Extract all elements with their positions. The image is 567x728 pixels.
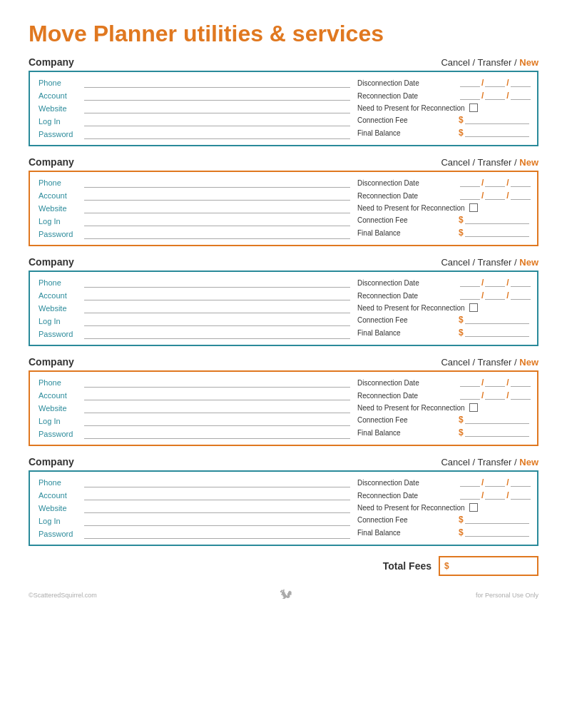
password-label-1: Password xyxy=(39,130,81,138)
disc-date-row-1: Disconnection Date / / xyxy=(357,78,528,88)
final-balance-input-1[interactable] xyxy=(465,128,529,137)
recon-year-5[interactable] xyxy=(511,491,531,500)
company-label-4: Company xyxy=(29,356,74,368)
disc-year-4[interactable] xyxy=(511,378,531,387)
disc-day-4[interactable] xyxy=(485,378,505,387)
recon-year-2[interactable] xyxy=(511,191,531,200)
page-title: Move Planner utilities & services xyxy=(29,21,538,46)
section-3-header: Company Cancel / Transfer / New xyxy=(29,256,538,268)
website-input-2[interactable] xyxy=(84,203,350,213)
need-present-row-1: Need to Present for Reconnection xyxy=(357,103,528,112)
final-balance-input-4[interactable] xyxy=(465,428,529,437)
login-input-3[interactable] xyxy=(84,316,350,326)
website-input-5[interactable] xyxy=(84,503,350,513)
connection-fee-input-1[interactable] xyxy=(465,116,529,124)
recon-month-5[interactable] xyxy=(460,491,480,500)
recon-month-4[interactable] xyxy=(460,391,480,400)
need-present-checkbox-5[interactable] xyxy=(469,503,478,512)
disc-month-5[interactable] xyxy=(460,478,480,487)
account-input-3[interactable] xyxy=(84,290,350,300)
recon-year-4[interactable] xyxy=(511,391,531,400)
new-label-1: New xyxy=(519,57,538,68)
need-present-checkbox-3[interactable] xyxy=(469,303,478,312)
left-col-4: Phone Account Website Log In Password xyxy=(39,378,350,439)
password-input-5[interactable] xyxy=(84,529,350,539)
disc-day-1[interactable] xyxy=(485,79,505,87)
phone-input-5[interactable] xyxy=(84,477,350,487)
need-present-checkbox-4[interactable] xyxy=(469,403,478,412)
final-balance-input-2[interactable] xyxy=(465,228,529,237)
phone-input-1[interactable] xyxy=(84,78,350,88)
total-fees-section: Total Fees $ xyxy=(29,556,538,576)
login-input-1[interactable] xyxy=(84,116,350,126)
cancel-transfer-new-5: Cancel / Transfer / New xyxy=(441,457,538,467)
disc-month-2[interactable] xyxy=(460,178,480,187)
password-input-2[interactable] xyxy=(84,229,350,239)
recon-month-1[interactable] xyxy=(460,91,480,100)
recon-month-3[interactable] xyxy=(460,291,480,300)
website-input-1[interactable] xyxy=(84,103,350,113)
need-present-checkbox-2[interactable] xyxy=(469,203,478,212)
disc-day-2[interactable] xyxy=(485,178,505,187)
recon-day-2[interactable] xyxy=(485,191,505,200)
account-input-4[interactable] xyxy=(84,390,350,400)
left-col-3: Phone Account Website Log In Password xyxy=(39,278,350,339)
recon-month-2[interactable] xyxy=(460,191,480,200)
company-label-2: Company xyxy=(29,156,74,168)
phone-input-3[interactable] xyxy=(84,278,350,288)
account-input-1[interactable] xyxy=(84,91,350,101)
footer: ©ScatteredSquirrel.com 🐿 for Personal Us… xyxy=(29,587,538,602)
total-fees-input[interactable] xyxy=(452,562,533,570)
connection-fee-label-1: Connection Fee xyxy=(357,116,457,124)
recon-day-5[interactable] xyxy=(485,491,505,500)
login-input-4[interactable] xyxy=(84,416,350,426)
disc-date-group-1: / / xyxy=(460,78,531,88)
phone-input-2[interactable] xyxy=(84,178,350,188)
login-input-2[interactable] xyxy=(84,216,350,226)
company-label-5: Company xyxy=(29,456,74,467)
disc-day-5[interactable] xyxy=(485,478,505,487)
website-input-4[interactable] xyxy=(84,403,350,413)
website-input-3[interactable] xyxy=(84,303,350,313)
login-input-5[interactable] xyxy=(84,516,350,526)
account-input-2[interactable] xyxy=(84,191,350,201)
recon-day-1[interactable] xyxy=(485,91,505,100)
disc-month-3[interactable] xyxy=(460,278,480,287)
disc-month-4[interactable] xyxy=(460,378,480,387)
form-box-5: Phone Account Website Log In Password Di… xyxy=(29,470,538,546)
need-present-checkbox-1[interactable] xyxy=(469,103,478,112)
section-5-header: Company Cancel / Transfer / New xyxy=(29,456,538,467)
final-balance-input-3[interactable] xyxy=(465,328,529,337)
recon-date-group-1: / / xyxy=(460,91,531,101)
connection-fee-input-2[interactable] xyxy=(465,216,529,224)
disc-month-1[interactable] xyxy=(460,79,480,87)
connection-fee-input-5[interactable] xyxy=(465,515,529,524)
phone-input-4[interactable] xyxy=(84,378,350,388)
disc-year-1[interactable] xyxy=(511,79,531,87)
password-row-1: Password xyxy=(39,129,350,139)
section-2-header: Company Cancel / Transfer / New xyxy=(29,156,538,168)
connection-fee-input-4[interactable] xyxy=(465,415,529,424)
recon-day-3[interactable] xyxy=(485,291,505,300)
connection-fee-input-3[interactable] xyxy=(465,315,529,324)
title-part1: Move Planner xyxy=(29,21,183,46)
disc-year-2[interactable] xyxy=(511,178,531,187)
recon-year-3[interactable] xyxy=(511,291,531,300)
disc-day-3[interactable] xyxy=(485,278,505,287)
password-input-1[interactable] xyxy=(84,129,350,139)
phone-row-1: Phone xyxy=(39,78,350,88)
recon-year-1[interactable] xyxy=(511,91,531,100)
disc-year-3[interactable] xyxy=(511,278,531,287)
final-balance-input-5[interactable] xyxy=(465,528,529,537)
total-dollar-sign: $ xyxy=(444,561,449,571)
recon-date-label-1: Reconnection Date xyxy=(357,92,457,100)
password-input-3[interactable] xyxy=(84,329,350,339)
cancel-transfer-new-4: Cancel / Transfer / New xyxy=(441,357,538,368)
total-fees-label: Total Fees xyxy=(383,560,431,572)
password-input-4[interactable] xyxy=(84,429,350,439)
form-box-3: Phone Account Website Log In Password Di… xyxy=(29,271,538,346)
recon-day-4[interactable] xyxy=(485,391,505,400)
disc-year-5[interactable] xyxy=(511,478,531,487)
account-input-5[interactable] xyxy=(84,490,350,500)
right-col-5: Disconnection Date// Reconnection Date//… xyxy=(357,477,528,539)
